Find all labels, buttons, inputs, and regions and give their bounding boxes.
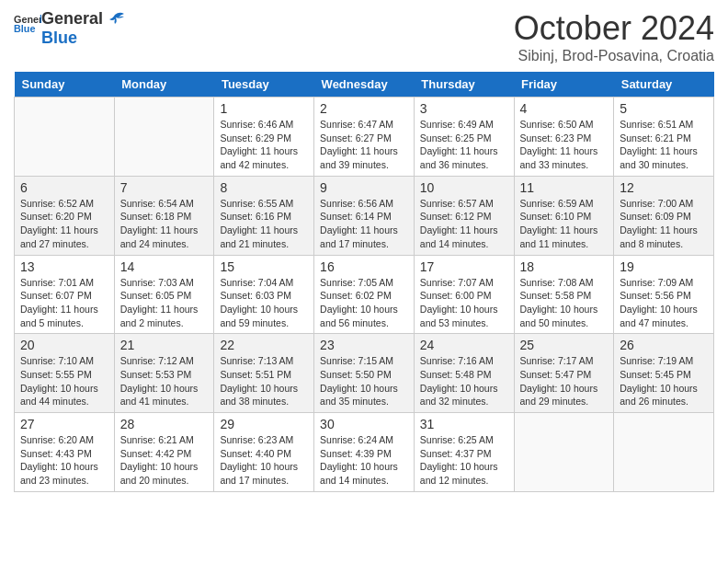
calendar-table: SundayMondayTuesdayWednesdayThursdayFrid… xyxy=(14,72,714,492)
day-number: 14 xyxy=(120,259,209,274)
day-number: 29 xyxy=(220,417,308,431)
calendar-cell-5-4: 30Sunrise: 6:24 AM Sunset: 4:39 PM Dayli… xyxy=(314,413,415,492)
week-row-4: 20Sunrise: 7:10 AM Sunset: 5:55 PM Dayli… xyxy=(15,334,714,413)
calendar-cell-4-7: 26Sunrise: 7:19 AM Sunset: 5:45 PM Dayli… xyxy=(614,334,714,413)
day-number: 26 xyxy=(620,338,708,352)
calendar-cell-1-7: 5Sunrise: 6:51 AM Sunset: 6:21 PM Daylig… xyxy=(614,98,714,177)
day-info: Sunrise: 6:20 AM Sunset: 4:43 PM Dayligh… xyxy=(20,433,108,488)
calendar-cell-1-4: 2Sunrise: 6:47 AM Sunset: 6:27 PM Daylig… xyxy=(314,98,415,177)
day-number: 2 xyxy=(320,101,408,116)
calendar-cell-4-3: 22Sunrise: 7:13 AM Sunset: 5:51 PM Dayli… xyxy=(214,334,314,413)
day-number: 5 xyxy=(620,101,708,116)
day-number: 7 xyxy=(120,180,209,195)
day-info: Sunrise: 6:54 AM Sunset: 6:18 PM Dayligh… xyxy=(120,197,209,251)
day-header-thursday: Thursday xyxy=(414,72,514,98)
calendar-cell-4-4: 23Sunrise: 7:15 AM Sunset: 5:50 PM Dayli… xyxy=(314,334,415,413)
day-number: 18 xyxy=(520,259,609,274)
month-title: October 2024 xyxy=(514,9,714,48)
day-number: 22 xyxy=(220,338,308,352)
day-info: Sunrise: 7:03 AM Sunset: 6:05 PM Dayligh… xyxy=(120,276,209,330)
calendar-cell-3-3: 15Sunrise: 7:04 AM Sunset: 6:03 PM Dayli… xyxy=(214,255,314,334)
day-number: 6 xyxy=(20,180,108,195)
page-container: General Blue General Blue October 2024 xyxy=(0,0,728,501)
calendar-cell-4-1: 20Sunrise: 7:10 AM Sunset: 5:55 PM Dayli… xyxy=(15,334,115,413)
day-number: 25 xyxy=(520,338,609,352)
week-row-3: 13Sunrise: 7:01 AM Sunset: 6:07 PM Dayli… xyxy=(15,255,714,334)
week-row-2: 6Sunrise: 6:52 AM Sunset: 6:20 PM Daylig… xyxy=(15,176,714,255)
day-header-tuesday: Tuesday xyxy=(214,72,314,98)
day-info: Sunrise: 7:13 AM Sunset: 5:51 PM Dayligh… xyxy=(220,354,308,408)
calendar-cell-5-7 xyxy=(614,413,714,492)
day-info: Sunrise: 6:56 AM Sunset: 6:14 PM Dayligh… xyxy=(320,197,408,251)
day-number: 12 xyxy=(620,180,708,195)
day-number: 9 xyxy=(320,180,408,195)
calendar-cell-2-3: 8Sunrise: 6:55 AM Sunset: 6:16 PM Daylig… xyxy=(214,176,314,255)
calendar-cell-5-1: 27Sunrise: 6:20 AM Sunset: 4:43 PM Dayli… xyxy=(15,413,115,492)
day-number: 17 xyxy=(420,259,508,274)
day-number: 19 xyxy=(620,259,708,274)
day-number: 28 xyxy=(120,417,209,431)
day-header-wednesday: Wednesday xyxy=(314,72,415,98)
day-header-sunday: Sunday xyxy=(15,72,115,98)
calendar-cell-5-6 xyxy=(514,413,614,492)
header-row: SundayMondayTuesdayWednesdayThursdayFrid… xyxy=(15,72,714,98)
day-number: 30 xyxy=(320,417,408,431)
location-title: Sibinj, Brod-Posavina, Croatia xyxy=(514,48,714,64)
day-info: Sunrise: 6:25 AM Sunset: 4:37 PM Dayligh… xyxy=(420,433,508,488)
logo-blue-text: Blue xyxy=(41,29,125,48)
day-info: Sunrise: 6:51 AM Sunset: 6:21 PM Dayligh… xyxy=(620,118,708,172)
day-info: Sunrise: 7:16 AM Sunset: 5:48 PM Dayligh… xyxy=(420,354,508,408)
day-info: Sunrise: 6:52 AM Sunset: 6:20 PM Dayligh… xyxy=(20,197,108,251)
day-info: Sunrise: 6:50 AM Sunset: 6:23 PM Dayligh… xyxy=(520,118,609,172)
day-info: Sunrise: 6:23 AM Sunset: 4:40 PM Dayligh… xyxy=(220,433,308,488)
calendar-cell-4-2: 21Sunrise: 7:12 AM Sunset: 5:53 PM Dayli… xyxy=(114,334,214,413)
day-info: Sunrise: 7:05 AM Sunset: 6:02 PM Dayligh… xyxy=(320,276,408,330)
day-header-friday: Friday xyxy=(514,72,614,98)
day-number: 16 xyxy=(320,259,408,274)
day-info: Sunrise: 6:49 AM Sunset: 6:25 PM Dayligh… xyxy=(420,118,508,172)
calendar-cell-4-5: 24Sunrise: 7:16 AM Sunset: 5:48 PM Dayli… xyxy=(414,334,514,413)
day-info: Sunrise: 7:00 AM Sunset: 6:09 PM Dayligh… xyxy=(620,197,708,251)
day-number: 27 xyxy=(20,417,108,431)
calendar-cell-3-6: 18Sunrise: 7:08 AM Sunset: 5:58 PM Dayli… xyxy=(514,255,614,334)
day-number: 24 xyxy=(420,338,508,352)
day-number: 8 xyxy=(220,180,308,195)
calendar-cell-1-5: 3Sunrise: 6:49 AM Sunset: 6:25 PM Daylig… xyxy=(414,98,514,177)
logo: General Blue General Blue xyxy=(14,9,125,48)
day-number: 15 xyxy=(220,259,308,274)
day-number: 21 xyxy=(120,338,209,352)
title-area: October 2024 Sibinj, Brod-Posavina, Croa… xyxy=(514,9,714,64)
calendar-cell-2-2: 7Sunrise: 6:54 AM Sunset: 6:18 PM Daylig… xyxy=(114,176,214,255)
day-info: Sunrise: 7:19 AM Sunset: 5:45 PM Dayligh… xyxy=(620,354,708,408)
day-info: Sunrise: 7:10 AM Sunset: 5:55 PM Dayligh… xyxy=(20,354,108,408)
calendar-cell-1-1 xyxy=(15,98,115,177)
calendar-cell-2-7: 12Sunrise: 7:00 AM Sunset: 6:09 PM Dayli… xyxy=(614,176,714,255)
day-number: 23 xyxy=(320,338,408,352)
day-info: Sunrise: 7:15 AM Sunset: 5:50 PM Dayligh… xyxy=(320,354,408,408)
day-info: Sunrise: 6:21 AM Sunset: 4:42 PM Dayligh… xyxy=(120,433,209,488)
calendar-cell-2-1: 6Sunrise: 6:52 AM Sunset: 6:20 PM Daylig… xyxy=(15,176,115,255)
calendar-cell-5-2: 28Sunrise: 6:21 AM Sunset: 4:42 PM Dayli… xyxy=(114,413,214,492)
day-info: Sunrise: 6:24 AM Sunset: 4:39 PM Dayligh… xyxy=(320,433,408,488)
logo-icon: General Blue xyxy=(14,9,41,37)
calendar-cell-5-3: 29Sunrise: 6:23 AM Sunset: 4:40 PM Dayli… xyxy=(214,413,314,492)
day-info: Sunrise: 6:57 AM Sunset: 6:12 PM Dayligh… xyxy=(420,197,508,251)
day-info: Sunrise: 7:12 AM Sunset: 5:53 PM Dayligh… xyxy=(120,354,209,408)
day-info: Sunrise: 7:17 AM Sunset: 5:47 PM Dayligh… xyxy=(520,354,609,408)
calendar-cell-1-6: 4Sunrise: 6:50 AM Sunset: 6:23 PM Daylig… xyxy=(514,98,614,177)
svg-text:Blue: Blue xyxy=(14,23,35,34)
day-number: 13 xyxy=(20,259,108,274)
week-row-1: 1Sunrise: 6:46 AM Sunset: 6:29 PM Daylig… xyxy=(15,98,714,177)
week-row-5: 27Sunrise: 6:20 AM Sunset: 4:43 PM Dayli… xyxy=(15,413,714,492)
day-info: Sunrise: 6:46 AM Sunset: 6:29 PM Dayligh… xyxy=(220,118,308,172)
logo-general-text: General xyxy=(41,9,103,29)
calendar-cell-3-4: 16Sunrise: 7:05 AM Sunset: 6:02 PM Dayli… xyxy=(314,255,415,334)
day-info: Sunrise: 7:04 AM Sunset: 6:03 PM Dayligh… xyxy=(220,276,308,330)
day-info: Sunrise: 7:07 AM Sunset: 6:00 PM Dayligh… xyxy=(420,276,508,330)
day-number: 11 xyxy=(520,180,609,195)
day-number: 1 xyxy=(220,101,308,116)
calendar-cell-3-7: 19Sunrise: 7:09 AM Sunset: 5:56 PM Dayli… xyxy=(614,255,714,334)
calendar-cell-3-5: 17Sunrise: 7:07 AM Sunset: 6:00 PM Dayli… xyxy=(414,255,514,334)
day-info: Sunrise: 6:55 AM Sunset: 6:16 PM Dayligh… xyxy=(220,197,308,251)
day-number: 3 xyxy=(420,101,508,116)
